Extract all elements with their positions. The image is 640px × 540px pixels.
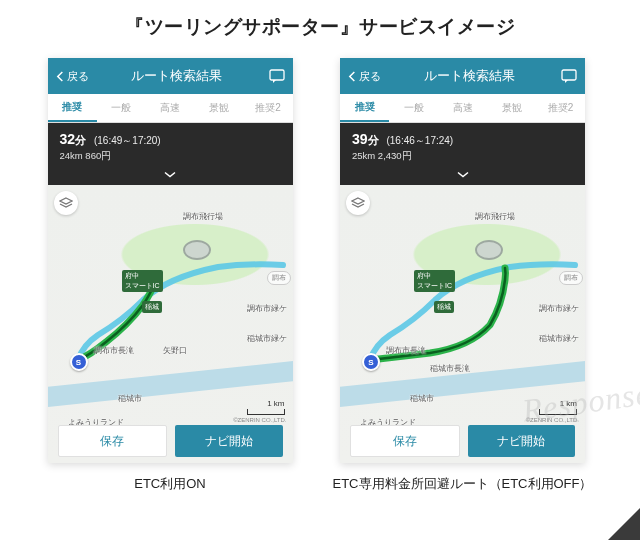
back-button[interactable]: 戻る	[348, 69, 381, 84]
start-pin: S	[362, 353, 380, 371]
tab-general[interactable]: 一般	[97, 94, 146, 122]
start-pin: S	[70, 353, 88, 371]
route-duration: 32分 (16:49～17:20)	[60, 131, 281, 148]
chat-icon[interactable]	[269, 69, 285, 83]
tab-recommended[interactable]: 推奨	[48, 94, 97, 122]
label-chofu-green: 調布市緑ケ	[247, 303, 287, 314]
tab-recommended[interactable]: 推奨	[340, 94, 389, 122]
map-scale: 1 km	[539, 399, 577, 415]
caption-left: ETC利用ON	[134, 463, 206, 493]
label-inagi-green: 稲城市緑ケ	[539, 333, 579, 344]
map[interactable]: S 調布飛行場 府中スマートIC 稲城 調布 調布市緑ケ 稲城市緑ケ 調布市長滝…	[48, 185, 293, 463]
label-inagi-city: 稲城市	[410, 393, 434, 404]
route-duration: 39分 (16:46～17:24)	[352, 131, 573, 148]
layers-button[interactable]	[54, 191, 78, 215]
label-chofu: 調布	[559, 271, 583, 285]
phone-left: 戻る ルート検索結果 推奨 一般 高速 景観 推奨2 32分 (16:49～17…	[48, 58, 293, 463]
map-scale: 1 km	[247, 399, 285, 415]
route-info: 39分 (16:46～17:24) 25km 2,430円	[340, 123, 585, 167]
tab-recommended2[interactable]: 推奨2	[244, 94, 293, 122]
label-chofu: 調布	[267, 271, 291, 285]
svg-rect-0	[270, 70, 284, 80]
page-title: 『ツーリングサポーター』サービスイメージ	[0, 0, 640, 58]
back-button[interactable]: 戻る	[56, 69, 89, 84]
label-inagi-city: 稲城市	[118, 393, 142, 404]
save-button[interactable]: 保存	[58, 425, 168, 457]
topbar: 戻る ルート検索結果	[340, 58, 585, 94]
phone-row: 戻る ルート検索結果 推奨 一般 高速 景観 推奨2 32分 (16:49～17…	[0, 58, 640, 493]
tabs: 推奨 一般 高速 景観 推奨2	[48, 94, 293, 123]
nav-start-button[interactable]: ナビ開始	[175, 425, 283, 457]
tabs: 推奨 一般 高速 景観 推奨2	[340, 94, 585, 123]
label-chofu-nagare: 調布市長滝	[386, 345, 426, 356]
caption-right: ETC専用料金所回避ルート（ETC利用OFF）	[333, 463, 593, 493]
label-fuchu-ic: 府中スマートIC	[414, 270, 455, 292]
label-chofu-nagare: 調布市長滝	[94, 345, 134, 356]
phone-right: 戻る ルート検索結果 推奨 一般 高速 景観 推奨2 39分 (16:46～17…	[340, 58, 585, 463]
label-fuchu-ic: 府中スマートIC	[122, 270, 163, 292]
route-distance: 25km 2,430円	[352, 150, 573, 163]
route-info: 32分 (16:49～17:20) 24km 860円	[48, 123, 293, 167]
topbar-title: ルート検索結果	[89, 68, 269, 85]
chat-icon[interactable]	[561, 69, 577, 83]
label-inagi-green: 稲城市緑ケ	[247, 333, 287, 344]
label-inagi-nagare: 稲城市長滝	[430, 363, 470, 374]
topbar-title: ルート検索結果	[381, 68, 561, 85]
svg-rect-1	[562, 70, 576, 80]
tab-general[interactable]: 一般	[389, 94, 438, 122]
expand-chevron[interactable]	[340, 167, 585, 185]
corner-decoration	[608, 508, 640, 540]
label-yano: 矢野口	[163, 345, 187, 356]
map[interactable]: S 調布飛行場 府中スマートIC 稲城 調布 調布市緑ケ 稲城市緑ケ 調布市長滝…	[340, 185, 585, 463]
tab-highway[interactable]: 高速	[438, 94, 487, 122]
nav-start-button[interactable]: ナビ開始	[468, 425, 576, 457]
label-chofu-green: 調布市緑ケ	[539, 303, 579, 314]
back-label: 戻る	[67, 69, 89, 84]
topbar: 戻る ルート検索結果	[48, 58, 293, 94]
expand-chevron[interactable]	[48, 167, 293, 185]
label-airfield: 調布飛行場	[183, 211, 223, 222]
label-inagi: 稲城	[142, 301, 162, 313]
tab-scenic[interactable]: 景観	[487, 94, 536, 122]
map-copyright: ©ZENRIN CO.,LTD.	[526, 417, 579, 423]
layers-button[interactable]	[346, 191, 370, 215]
label-airfield: 調布飛行場	[475, 211, 515, 222]
tab-highway[interactable]: 高速	[146, 94, 195, 122]
tab-scenic[interactable]: 景観	[195, 94, 244, 122]
save-button[interactable]: 保存	[350, 425, 460, 457]
tab-recommended2[interactable]: 推奨2	[536, 94, 585, 122]
back-label: 戻る	[359, 69, 381, 84]
map-copyright: ©ZENRIN CO.,LTD.	[233, 417, 286, 423]
route-distance: 24km 860円	[60, 150, 281, 163]
label-inagi: 稲城	[434, 301, 454, 313]
